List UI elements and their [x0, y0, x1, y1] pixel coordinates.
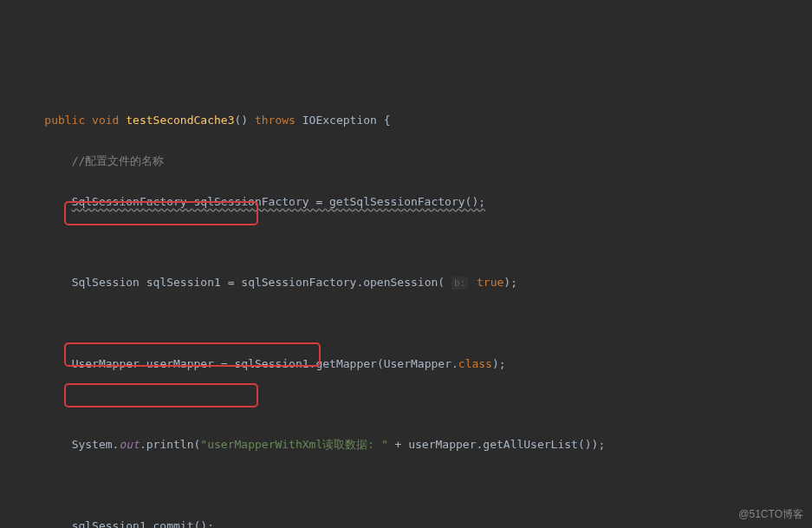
warning-underline: SqlSessionFactory sqlSessionFactory = ge…	[72, 195, 485, 208]
comment: //配置文件的名称	[72, 154, 165, 167]
code-line: sqlSession1.commit();	[17, 516, 812, 528]
code-line: System.out.println("userMapperWithXml读取数…	[17, 434, 812, 454]
code-block: public void testSecondCache3() throws IO…	[17, 90, 812, 528]
code-line: //配置文件的名称	[17, 151, 812, 171]
code-line: SqlSessionFactory sqlSessionFactory = ge…	[17, 192, 812, 212]
code-line	[17, 231, 812, 251]
code-line: UserMapper userMapper = sqlSession1.getM…	[17, 354, 812, 374]
type-ioexception: IOException	[302, 114, 377, 127]
code-line: public void testSecondCache3() throws IO…	[17, 110, 812, 130]
watermark: @51CTO博客	[738, 505, 803, 525]
param-hint: b:	[451, 277, 468, 290]
keyword-throws: throws	[255, 114, 296, 127]
keyword-public: public	[44, 114, 85, 127]
code-line	[17, 475, 812, 495]
code-line: SqlSession sqlSession1 = sqlSessionFacto…	[17, 272, 812, 292]
code-line	[17, 313, 812, 333]
method-name: testSecondCache3	[126, 114, 234, 127]
code-line	[17, 394, 812, 414]
keyword-void: void	[92, 114, 119, 127]
